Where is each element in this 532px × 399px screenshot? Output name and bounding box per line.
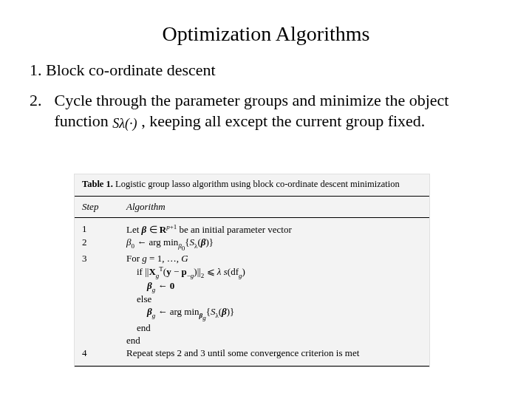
list-item-1-text: Block co-ordinate descent: [46, 61, 216, 79]
table-cell-algorithm: Repeat steps 2 and 3 until some converge…: [126, 347, 422, 359]
table-cell-step: 1: [82, 223, 126, 235]
table-header-algorithm: Algorithm: [126, 201, 422, 213]
slide-title: Optimization Algorithms: [30, 22, 502, 46]
table-cell-step: 4: [82, 347, 126, 359]
table-cell-algorithm: βg ← arg minβg{Sλ(β)}: [126, 306, 422, 321]
table-cell-step: 2: [82, 236, 126, 248]
table-row: 3For g = 1, …, G: [82, 253, 422, 265]
table-row: if ||XgT(y − p−g)||2 ⩽ λ s(dfg): [82, 265, 422, 279]
table-row: end: [82, 322, 422, 334]
table-caption-text: Logistic group lasso algorithm using blo…: [113, 179, 400, 189]
table-body: 1Let β ∈ Rp+1 be an initial parameter ve…: [75, 218, 429, 366]
table-header-step: Step: [82, 201, 126, 213]
list-item-2-text-b: , keeping all except the current group f…: [137, 112, 426, 130]
table-cell-step: 3: [82, 253, 126, 265]
table-header: Step Algorithm: [75, 197, 429, 217]
inline-math-s-lambda: Sλ(·): [112, 116, 137, 131]
list-item-1-number: 1.: [30, 61, 42, 79]
table-caption: Table 1. Logistic group lasso algorithm …: [75, 174, 429, 196]
table-cell-algorithm: else: [126, 293, 422, 305]
table-row: 2β0 ← arg minβ0{Sλ(β)}: [82, 236, 422, 251]
table-cell-algorithm: end: [126, 335, 422, 347]
list-item-2: 2. Cycle through the parameter groups an…: [30, 90, 502, 131]
table-row: end: [82, 335, 422, 347]
table-caption-label: Table 1.: [82, 179, 113, 189]
table-row: else: [82, 293, 422, 305]
list-item-2-number: 2.: [30, 90, 50, 111]
list-item-2-body: Cycle through the parameter groups and m…: [55, 90, 491, 131]
table-row: 1Let β ∈ Rp+1 be an initial parameter ve…: [82, 223, 422, 236]
table-row: βg ← arg minβg{Sλ(β)}: [82, 306, 422, 321]
table-cell-algorithm: For g = 1, …, G: [126, 253, 422, 265]
slide: Optimization Algorithms 1. Block co-ordi…: [0, 0, 532, 399]
table-cell-algorithm: βg ← 0: [126, 280, 422, 293]
table-cell-algorithm: Let β ∈ Rp+1 be an initial parameter vec…: [126, 223, 422, 236]
list-item-1: 1. Block co-ordinate descent: [30, 61, 502, 80]
table-cell-algorithm: end: [126, 322, 422, 334]
table-cell-algorithm: β0 ← arg minβ0{Sλ(β)}: [126, 236, 422, 251]
table-row: 4Repeat steps 2 and 3 until some converg…: [82, 347, 422, 359]
table-cell-algorithm: if ||XgT(y − p−g)||2 ⩽ λ s(dfg): [126, 265, 422, 279]
rule-bottom: [75, 366, 429, 366]
table-row: βg ← 0: [82, 280, 422, 293]
algorithm-table: Table 1. Logistic group lasso algorithm …: [74, 174, 430, 367]
